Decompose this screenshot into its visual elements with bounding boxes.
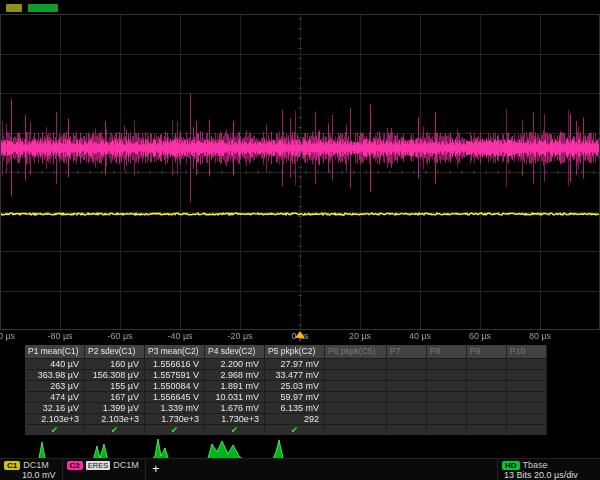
time-axis-label: -80 µs bbox=[47, 331, 72, 341]
waveform-display[interactable] bbox=[0, 14, 600, 330]
measure-value-cell: 1.550084 V bbox=[145, 380, 205, 391]
measure-header-p10[interactable]: P10 bbox=[507, 345, 547, 358]
measure-table: P1 mean(C1)P2 sdev(C1)P3 mean(C2)P4 sdev… bbox=[25, 345, 547, 435]
measure-value-cell bbox=[427, 369, 467, 380]
measure-value-cell bbox=[325, 369, 387, 380]
measure-value-cell bbox=[387, 402, 427, 413]
oscilloscope-screen: -100 µs-80 µs-60 µs-40 µs-20 µs0 µs20 µs… bbox=[0, 0, 600, 480]
measure-value-cell: 1.339 mV bbox=[145, 402, 205, 413]
c2-coupling-label: DC1M bbox=[113, 460, 139, 470]
trigger-position-marker[interactable] bbox=[295, 331, 305, 338]
measure-value-cell bbox=[467, 402, 507, 413]
measure-value-cell: 2.103e+3 bbox=[25, 413, 85, 424]
measure-header-p1[interactable]: P1 mean(C1) bbox=[25, 345, 85, 358]
cursor-cross-icon[interactable]: + bbox=[146, 459, 166, 480]
measure-table-body: 440 µV160 µV1.556616 V2.200 mV27.97 mV36… bbox=[25, 358, 547, 435]
measure-header-p9[interactable]: P9 bbox=[467, 345, 507, 358]
measure-value-cell bbox=[325, 358, 387, 369]
measure-header-p2[interactable]: P2 sdev(C1) bbox=[85, 345, 145, 358]
measure-value-cell bbox=[387, 358, 427, 369]
timebase-descriptor[interactable]: HD Tbase 13 Bits 20.0 µs/div bbox=[497, 459, 600, 480]
acquisition-status-icon bbox=[28, 4, 58, 12]
measure-value-cell bbox=[387, 380, 427, 391]
measure-row-1: 440 µV160 µV1.556616 V2.200 mV27.97 mV bbox=[25, 358, 547, 369]
time-axis-label: 20 µs bbox=[349, 331, 371, 341]
measure-value-cell: 1.556645 V bbox=[145, 391, 205, 402]
measure-status-row: ✔✔✔✔✔ bbox=[25, 424, 547, 435]
measure-value-cell bbox=[507, 402, 547, 413]
measure-value-cell: 160 µV bbox=[85, 358, 145, 369]
measure-value-cell bbox=[325, 380, 387, 391]
measure-value-cell bbox=[467, 369, 507, 380]
bottom-bar-spacer bbox=[166, 459, 497, 480]
measure-value-cell bbox=[507, 413, 547, 424]
measure-value-cell bbox=[427, 402, 467, 413]
measure-row-2: 363.98 µV156.308 µV1.557591 V2.968 mV33.… bbox=[25, 369, 547, 380]
measure-value-cell bbox=[467, 380, 507, 391]
measure-value-cell: 2.968 mV bbox=[205, 369, 265, 380]
measure-value-cell: 363.98 µV bbox=[25, 369, 85, 380]
measure-value-cell: 2.103e+3 bbox=[85, 413, 145, 424]
measure-status-check bbox=[427, 424, 467, 435]
measure-value-cell bbox=[325, 402, 387, 413]
top-status-badges bbox=[6, 4, 58, 12]
measure-value-cell bbox=[507, 391, 547, 402]
hd-mode-chip: HD bbox=[502, 461, 520, 470]
measure-header-p6[interactable]: P6 pkpk(C5) bbox=[325, 345, 387, 358]
measure-header-p8[interactable]: P8 bbox=[427, 345, 467, 358]
measure-value-cell: 2.200 mV bbox=[205, 358, 265, 369]
measure-value-cell bbox=[467, 358, 507, 369]
tbase-bits-label: 13 Bits bbox=[504, 470, 532, 480]
measure-header-p5[interactable]: P5 pkpk(C2) bbox=[265, 345, 325, 358]
measure-value-cell: 33.477 mV bbox=[265, 369, 325, 380]
channel-c2-descriptor[interactable]: C2 ERES DC1M bbox=[63, 459, 146, 480]
measure-value-cell: 1.557591 V bbox=[145, 369, 205, 380]
measure-value-cell: 292 bbox=[265, 413, 325, 424]
c2-scale-label bbox=[67, 470, 139, 480]
measure-status-check: ✔ bbox=[265, 424, 325, 435]
measure-value-cell: 1.891 mV bbox=[205, 380, 265, 391]
measure-value-cell: 156.308 µV bbox=[85, 369, 145, 380]
measure-value-cell: 263 µV bbox=[25, 380, 85, 391]
time-axis-label: -40 µs bbox=[167, 331, 192, 341]
measure-row-3: 263 µV155 µV1.550084 V1.891 mV25.03 mV bbox=[25, 380, 547, 391]
measure-header-p4[interactable]: P4 sdev(C2) bbox=[205, 345, 265, 358]
time-axis-label: -20 µs bbox=[227, 331, 252, 341]
measure-status-check: ✔ bbox=[145, 424, 205, 435]
measure-value-cell: 25.03 mV bbox=[265, 380, 325, 391]
measure-value-cell: 1.730e+3 bbox=[205, 413, 265, 424]
measure-header-p7[interactable]: P7 bbox=[387, 345, 427, 358]
measure-value-cell bbox=[507, 380, 547, 391]
measure-value-cell bbox=[387, 369, 427, 380]
measure-header-p3[interactable]: P3 mean(C2) bbox=[145, 345, 205, 358]
measure-value-cell: 155 µV bbox=[85, 380, 145, 391]
measure-value-cell bbox=[387, 413, 427, 424]
measure-value-cell: 440 µV bbox=[25, 358, 85, 369]
measure-status-check bbox=[507, 424, 547, 435]
measure-value-cell bbox=[507, 358, 547, 369]
measure-row-4: 474 µV167 µV1.556645 V10.031 mV59.97 mV bbox=[25, 391, 547, 402]
measure-value-cell bbox=[387, 391, 427, 402]
measure-table-header: P1 mean(C1)P2 sdev(C1)P3 mean(C2)P4 sdev… bbox=[25, 345, 547, 358]
tbase-label: Tbase bbox=[523, 460, 548, 470]
channel-c1-descriptor[interactable]: C1 DC1M 10.0 mV bbox=[0, 459, 63, 480]
measure-value-cell bbox=[467, 391, 507, 402]
c1-scale-label: 10.0 mV bbox=[4, 470, 56, 480]
measure-value-cell: 1.556616 V bbox=[145, 358, 205, 369]
measure-status-check bbox=[325, 424, 387, 435]
measure-row-5: 32.16 µV1.399 µV1.339 mV1.676 mV6.135 mV bbox=[25, 402, 547, 413]
measure-value-cell bbox=[427, 391, 467, 402]
measure-value-cell: 10.031 mV bbox=[205, 391, 265, 402]
measure-status-check bbox=[387, 424, 427, 435]
time-axis-label: 80 µs bbox=[529, 331, 551, 341]
measure-value-cell: 167 µV bbox=[85, 391, 145, 402]
measure-value-cell bbox=[427, 380, 467, 391]
measure-value-cell bbox=[325, 391, 387, 402]
measure-value-cell bbox=[507, 369, 547, 380]
measure-value-cell: 474 µV bbox=[25, 391, 85, 402]
measure-value-cell bbox=[325, 413, 387, 424]
measure-value-cell: 1.730e+3 bbox=[145, 413, 205, 424]
time-axis-label: -60 µs bbox=[107, 331, 132, 341]
time-axis-label: 40 µs bbox=[409, 331, 431, 341]
measure-row-6: 2.103e+32.103e+31.730e+31.730e+3292 bbox=[25, 413, 547, 424]
